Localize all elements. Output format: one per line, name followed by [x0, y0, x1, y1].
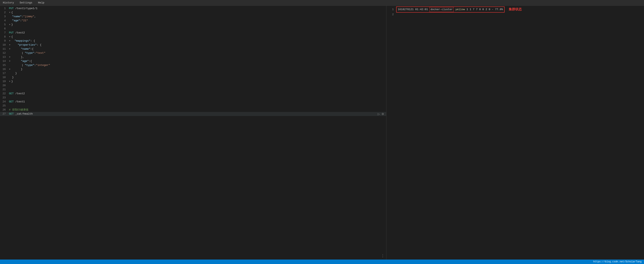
line-content: ▾ "name":{ — [8, 47, 386, 51]
editor-line: 5▾} — [0, 23, 386, 27]
token: | — [9, 51, 25, 55]
line-number: 16 — [0, 67, 8, 71]
token: :{ — [29, 60, 32, 63]
editor-line: 24GET /test1 — [0, 100, 386, 104]
menu-history[interactable]: History — [2, 1, 15, 5]
editor-line: 15 | "type":"integer" — [0, 63, 386, 67]
token: PUT — [9, 7, 15, 10]
line-number: 26 — [0, 108, 8, 112]
token — [9, 15, 12, 18]
token: /test2 — [15, 92, 25, 95]
token: } — [12, 76, 14, 79]
line-number: 2 — [0, 10, 8, 15]
cluster-values: 1 1 7 7 0 0 2 0 - 77.8% — [466, 7, 503, 11]
editor-line: 21 — [0, 88, 386, 92]
token — [12, 60, 21, 63]
line-content: ▾{ — [8, 35, 386, 39]
token — [12, 39, 15, 42]
status-bar: https://blog.csdn.net/ScholarTang — [0, 260, 644, 264]
editor-line: 6 — [0, 27, 386, 31]
token — [12, 47, 21, 50]
line-number: 27 — [0, 112, 8, 116]
token — [9, 19, 12, 22]
line-content: ▾{ — [8, 10, 386, 15]
line-content: ▾ }, — [8, 55, 386, 59]
token: /test1/type1/1 — [15, 7, 38, 10]
token: }, — [21, 56, 24, 59]
editor-line: 16▾ } — [0, 67, 386, 71]
token: "name" — [21, 47, 30, 50]
line-number: 25 — [0, 104, 8, 108]
context-menu-dots[interactable]: ⋮ — [381, 254, 384, 258]
token — [9, 76, 12, 79]
line-content: | "type":"integer" — [8, 63, 386, 67]
token: : { — [30, 39, 35, 42]
token — [12, 68, 21, 71]
token: "name" — [12, 15, 22, 18]
line-number: 19 — [0, 80, 8, 84]
menu-bar: History Settings Help — [0, 0, 644, 6]
line-number: 21 — [0, 88, 8, 92]
wrench-button[interactable]: ⚙ — [381, 112, 384, 116]
line-number: 23 — [0, 96, 8, 100]
line-number: 14 — [0, 59, 8, 63]
line-content: ▾ } — [8, 67, 386, 71]
token: { — [12, 11, 13, 14]
token: # 获取ES健康值 — [9, 108, 28, 111]
token: GET — [9, 100, 15, 103]
token: "age" — [12, 19, 20, 22]
editor-lines: 1PUT /test1/type1/12▾{3 "name":"jimmy",4… — [0, 6, 386, 117]
line-number: 11 — [0, 47, 8, 51]
token: } — [12, 80, 13, 83]
main-content: 1PUT /test1/type1/12▾{3 "name":"jimmy",4… — [0, 6, 644, 260]
token: } — [12, 23, 13, 26]
line-content: | "type":"text" — [8, 51, 386, 55]
line-number: 15 — [0, 63, 8, 67]
editor-line: 2▾{ — [0, 10, 386, 15]
editor-line: 26# 获取ES健康值 — [0, 108, 386, 112]
token: /test2 — [15, 31, 25, 34]
cluster-status: yellow — [455, 7, 465, 11]
token — [12, 43, 18, 46]
line-content: "age":"21" — [8, 19, 386, 23]
token: { — [12, 35, 13, 38]
token: "jimmy" — [23, 15, 34, 18]
token: "type" — [25, 64, 34, 67]
editor-line: 3 "name":"jimmy", — [0, 15, 386, 19]
line-actions: ▷⚙ — [377, 112, 384, 116]
menu-help[interactable]: Help — [37, 1, 46, 5]
editor-line: 19▾} — [0, 80, 386, 84]
line-number: 13 — [0, 55, 8, 59]
output-line-number: 2 — [388, 12, 396, 17]
output-lines: 11618278121 01:42:01docker-clusteryellow… — [386, 6, 644, 17]
menu-settings[interactable]: Settings — [18, 1, 34, 5]
output-panel: 11618278121 01:42:01docker-clusteryellow… — [386, 6, 644, 260]
editor-line: 27GET _cat/health▷⚙ — [0, 112, 386, 116]
line-number: 7 — [0, 31, 8, 35]
line-content: ▾} — [8, 80, 386, 84]
token: "age" — [21, 60, 29, 63]
editor-line: 17 } — [0, 71, 386, 75]
line-number: 24 — [0, 100, 8, 104]
token: GET — [9, 112, 15, 115]
line-content: ▾ "properties": { — [8, 43, 386, 47]
token: GET — [9, 92, 15, 95]
token: "21" — [22, 19, 28, 22]
token: } — [15, 72, 17, 75]
output-line: 11618278121 01:42:01docker-clusteryellow… — [386, 6, 644, 12]
line-number: 5 — [0, 23, 8, 27]
run-button[interactable]: ▷ — [377, 112, 380, 116]
editor-line: 4 "age":"21" — [0, 19, 386, 23]
line-number: 9 — [0, 39, 8, 43]
editor-line: 23 — [0, 96, 386, 100]
token: "type" — [25, 51, 34, 55]
editor-line: 22GET /test2 — [0, 92, 386, 96]
line-content: # 获取ES健康值 — [8, 108, 386, 112]
token: "text" — [36, 51, 46, 55]
line-number: 20 — [0, 84, 8, 88]
line-number: 6 — [0, 27, 8, 31]
line-number: 8 — [0, 35, 8, 39]
output-line: 2 — [386, 12, 644, 17]
line-number: 18 — [0, 75, 8, 80]
editor-line: 12 | "type":"text" — [0, 51, 386, 55]
